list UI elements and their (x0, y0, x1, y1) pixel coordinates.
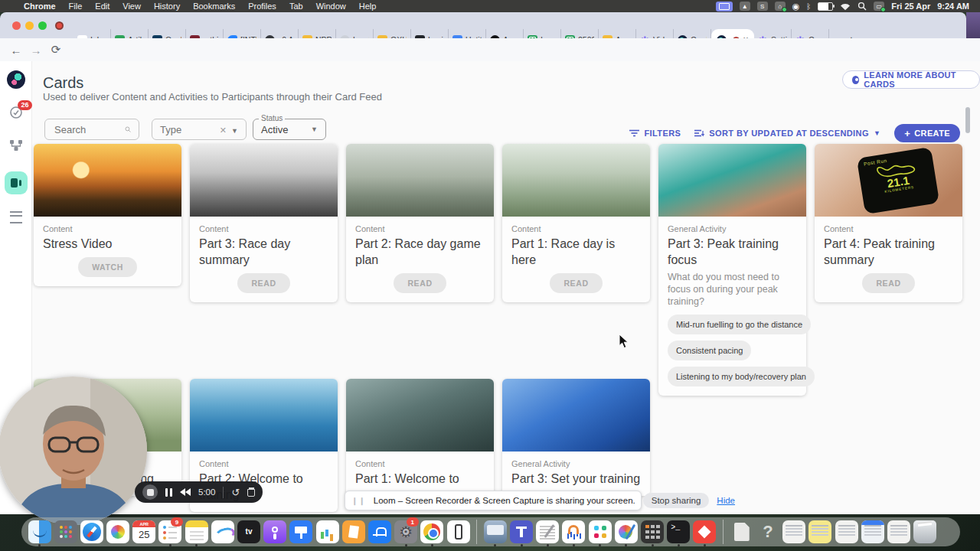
dock-calculator[interactable] (641, 520, 665, 543)
sidebar-item-tasks[interactable]: 26 (9, 106, 23, 122)
dock-question[interactable] (756, 520, 779, 543)
content-card[interactable]: Content Part 3: Race day summary READ (190, 144, 338, 302)
loom-webcam-bubble[interactable] (0, 377, 147, 525)
dock-photos[interactable] (106, 520, 130, 543)
menu-bar-date[interactable]: Fri 25 Apr (891, 2, 930, 11)
menu-window[interactable]: Window (316, 2, 346, 11)
menu-help[interactable]: Help (359, 2, 377, 11)
menu-profiles[interactable]: Profiles (248, 2, 276, 11)
dock-notes[interactable] (185, 520, 208, 543)
stop-sharing-button[interactable]: Stop sharing (643, 493, 710, 508)
option-chip[interactable]: Mid-run fuelling to go the distance (668, 315, 811, 334)
filters-button[interactable]: FILTERS (629, 129, 681, 138)
content-card[interactable]: Content Part 1: Race day is here READ (502, 144, 650, 302)
bluetooth-icon[interactable]: ᛒ (806, 2, 811, 11)
dock-iphone-mirroring[interactable] (446, 520, 470, 543)
delete-recording-button[interactable] (247, 487, 255, 497)
dock-keynote[interactable] (289, 520, 313, 543)
dock-doc-window-4[interactable] (861, 520, 884, 543)
dock-slack[interactable] (588, 520, 612, 543)
create-button[interactable]: + CREATE (894, 124, 960, 142)
dock-calendar[interactable]: APR25 (132, 520, 156, 543)
dock-podcasts[interactable] (263, 520, 287, 543)
menu-bookmarks[interactable]: Bookmarks (193, 2, 235, 11)
forward-button[interactable]: → (26, 44, 46, 57)
window-minimize-button[interactable] (25, 21, 34, 30)
dock-screen-capture[interactable] (483, 520, 507, 543)
option-chip[interactable]: Listening to my body/recovery plan (668, 367, 815, 386)
dock-terminal[interactable] (667, 520, 691, 543)
menu-tab[interactable]: Tab (289, 2, 303, 11)
dock-numbers[interactable] (315, 520, 339, 543)
card-action-button[interactable]: READ (550, 273, 602, 293)
menu-history[interactable]: History (154, 2, 180, 11)
restart-recording-button[interactable]: ↺ (231, 487, 240, 497)
sidebar-item-cards-active[interactable] (5, 171, 28, 194)
drag-handle-icon[interactable]: ❙❙ (351, 497, 366, 505)
reload-button[interactable]: ⟳ (46, 43, 66, 57)
learn-more-button[interactable]: LEARN MORE ABOUT CARDS (842, 70, 980, 89)
dock-safari[interactable] (80, 520, 103, 543)
dock-doc-window-2[interactable] (808, 520, 832, 543)
dock-chrome[interactable] (420, 520, 444, 543)
dock-appletv[interactable]: tv (237, 520, 261, 543)
option-chip[interactable]: Consistent pacing (668, 341, 751, 360)
content-card[interactable]: Content Stress Video WATCH (34, 144, 181, 286)
page-scrollbar[interactable] (965, 107, 970, 133)
teams-status-icon[interactable]: ⌂ (775, 2, 786, 11)
content-card[interactable]: Content Part 2: Race day game plan READ (346, 144, 494, 302)
screen-sharing-icon[interactable] (716, 2, 733, 11)
dock-anydesk[interactable] (693, 520, 717, 543)
clear-icon[interactable]: ✕ (220, 126, 227, 135)
spotlight-icon[interactable] (858, 2, 867, 11)
search-input[interactable] (53, 123, 125, 136)
pause-button[interactable] (165, 488, 172, 497)
dock-doc-window-1[interactable] (782, 520, 806, 543)
content-card[interactable]: General Activity Part 3: Peak training f… (658, 144, 806, 396)
menu-edit[interactable]: Edit (95, 2, 109, 11)
dock-reminders[interactable]: 9 (158, 520, 182, 543)
window-close-button[interactable] (12, 21, 21, 30)
dock-settings[interactable]: 1 (394, 520, 418, 543)
dock-audacity[interactable] (562, 520, 586, 543)
sidebar-menu-icon[interactable] (10, 211, 22, 223)
content-card[interactable]: Content Part 1: Welcome to (346, 379, 494, 496)
dock-textedit[interactable] (536, 520, 560, 543)
back-button[interactable]: ← (6, 44, 26, 57)
dock-trash[interactable] (913, 520, 937, 543)
card-action-button[interactable]: WATCH (78, 257, 137, 277)
menu-file[interactable]: File (69, 2, 83, 11)
s-app-menu-icon[interactable]: S (757, 2, 768, 11)
search-field[interactable] (44, 119, 139, 140)
card-action-button[interactable]: READ (237, 273, 289, 293)
dock-freeform[interactable] (211, 520, 234, 543)
display-menu-icon[interactable]: ▭ (874, 2, 884, 11)
rewind-button[interactable] (180, 488, 191, 496)
shortcut-menu-icon[interactable]: ▲ (740, 2, 750, 11)
dock-appstore[interactable] (368, 520, 391, 543)
dock-launchpad[interactable] (54, 520, 77, 543)
dock-pages[interactable] (341, 520, 365, 543)
window-zoom-button[interactable] (38, 21, 47, 30)
sidebar-item-pathways[interactable] (9, 139, 23, 155)
dock-art[interactable] (614, 520, 638, 543)
battery-icon[interactable] (818, 2, 833, 11)
dock-file[interactable] (730, 520, 753, 543)
hide-banner-link[interactable]: Hide (717, 496, 735, 505)
menu-chrome[interactable]: Chrome (24, 2, 56, 11)
stop-recording-button[interactable] (142, 484, 158, 500)
dock-doc-window-5[interactable] (887, 520, 910, 543)
dock-finder[interactable] (28, 520, 51, 543)
card-action-button[interactable]: READ (862, 273, 914, 293)
wifi-icon[interactable] (840, 2, 851, 11)
type-select[interactable]: Type ✕▼ (152, 119, 247, 140)
card-action-button[interactable]: READ (394, 273, 446, 293)
app-logo[interactable] (7, 70, 25, 89)
loom-menu-icon[interactable]: ◉ (792, 2, 800, 11)
dock-doc-window-3[interactable] (835, 520, 858, 543)
dock-teams[interactable] (510, 520, 534, 543)
menu-bar-time[interactable]: 9:24 AM (937, 2, 969, 11)
content-card[interactable]: General Activity Part 3: Set your traini… (502, 379, 650, 496)
menu-view[interactable]: View (122, 2, 141, 11)
sort-button[interactable]: SORT BY UPDATED AT DESCENDING ▼ (694, 129, 880, 138)
